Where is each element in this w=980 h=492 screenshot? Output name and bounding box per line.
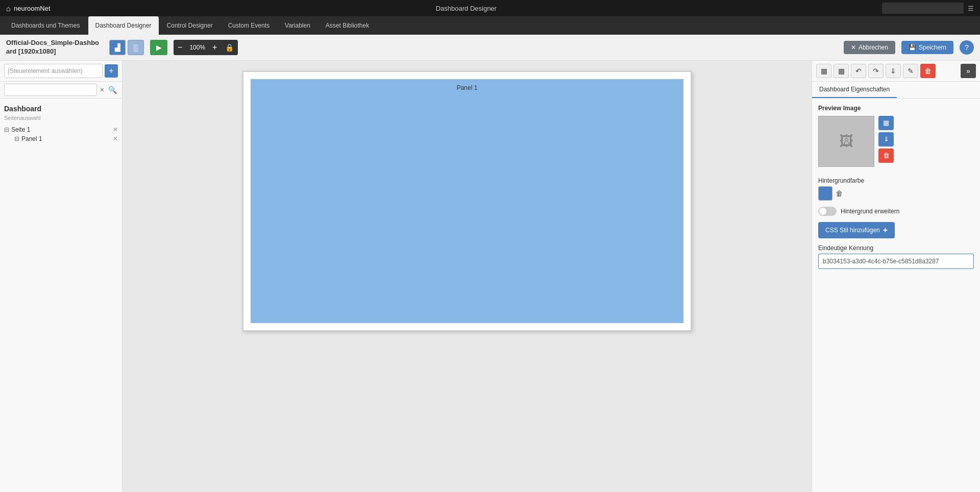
tree-child-panel1: ⊟ Panel 1 ✕ — [14, 134, 118, 143]
doc-title: Official-Docs_Simple-Dashbo ard [1920x10… — [6, 39, 99, 56]
tab-dashboards[interactable]: Dashboards und Themes — [4, 16, 87, 35]
view-toggle: ▟ ▒ — [109, 40, 144, 55]
rtb-settings-btn[interactable]: ✎ — [903, 64, 918, 78]
save-icon: 💾 — [909, 44, 916, 51]
seite1-delete-icon[interactable]: ✕ — [113, 126, 118, 133]
panel1-delete-icon[interactable]: ✕ — [113, 135, 118, 142]
toggle-label: Hintergrund erweitern — [841, 208, 899, 215]
app-name: neuroomNet — [14, 5, 51, 12]
uid-input[interactable] — [818, 254, 974, 269]
cancel-label: Abbrechen — [859, 44, 888, 51]
topbar-settings-icon[interactable]: ☰ — [968, 5, 974, 12]
panel-label: Panel 1 — [457, 84, 478, 91]
play-button[interactable]: ▶ — [150, 40, 167, 55]
save-label: Speichern — [919, 44, 946, 51]
seite1-label: Seite 1 — [11, 126, 111, 133]
sidebar-search-row: (Steuerelement auswählen) + — [0, 61, 122, 82]
panel1-expand-icon: ⊟ — [14, 135, 19, 142]
right-content: Preview Image 🖼 ▦ ⇓ 🗑 Hintergrundfarbe 🗑 — [812, 99, 980, 492]
tree-subtitle: Seitenauswahl — [4, 115, 118, 121]
topbar: ⌂ neuroomNet Dashboard Designer ☰ — [0, 0, 980, 16]
preview-placeholder-icon: 🖼 — [839, 133, 853, 150]
view-desktop-btn[interactable]: ▟ — [109, 40, 126, 55]
topbar-logo: ⌂ neuroomNet — [6, 4, 51, 13]
topbar-right: ☰ — [882, 3, 974, 14]
home-icon: ⌂ — [6, 4, 11, 13]
save-button[interactable]: 💾 Speichern — [901, 41, 953, 54]
preview-image-row: 🖼 ▦ ⇓ 🗑 — [818, 116, 974, 171]
main-area: Official-Docs_Simple-Dashbo ard [1920x10… — [0, 35, 980, 492]
uid-label: Eindeutige Kennung — [818, 244, 974, 252]
tab-custom-events[interactable]: Custom Events — [221, 16, 277, 35]
canvas-inner: Panel 1 — [251, 79, 683, 323]
rtb-undo-btn[interactable]: ↶ — [851, 64, 866, 78]
preview-actions: ▦ ⇓ 🗑 — [878, 116, 894, 163]
preview-image-box: 🖼 — [818, 116, 874, 167]
preview-upload-btn[interactable]: ▦ — [878, 116, 894, 130]
zoom-controls: − 100% + 🔒 — [174, 40, 238, 55]
css-add-button[interactable]: CSS Stil hinzufügen + — [818, 222, 895, 238]
rtb-redo-btn[interactable]: ↷ — [868, 64, 884, 78]
rtb-delete-btn[interactable]: 🗑 — [920, 64, 936, 78]
preview-delete-btn[interactable]: 🗑 — [878, 149, 894, 163]
add-control-btn[interactable]: + — [105, 64, 118, 78]
tree-node-seite1[interactable]: ⊟ Seite 1 ✕ — [4, 125, 118, 134]
canvas-wrapper[interactable]: Panel 1 — [242, 71, 692, 331]
tree-title: Dashboard — [4, 105, 118, 113]
control-select[interactable]: (Steuerelement auswählen) — [4, 64, 103, 78]
collapse-right-btn[interactable]: » — [961, 64, 976, 78]
content-row: (Steuerelement auswählen) + × 🔍 Dashboar… — [0, 61, 980, 492]
toggle-row: Hintergrund erweitern — [818, 207, 974, 216]
tab-dashboard-eigenschaften[interactable]: Dashboard Eigenschaften — [812, 82, 897, 98]
seite1-expand-icon: ⊟ — [4, 126, 9, 133]
bg-color-delete-icon[interactable]: 🗑 — [836, 189, 843, 198]
rtb-download-btn[interactable]: ⇓ — [886, 64, 901, 78]
left-sidebar: (Steuerelement auswählen) + × 🔍 Dashboar… — [0, 61, 122, 492]
tab-variablen[interactable]: Variablen — [278, 16, 317, 35]
rtb-copy-btn[interactable]: ▦ — [816, 64, 831, 78]
lock-btn[interactable]: 🔒 — [221, 40, 238, 55]
cancel-button[interactable]: ✕ Abbrechen — [844, 41, 895, 54]
search-clear-btn[interactable]: × — [99, 86, 105, 94]
view-panel-btn[interactable]: ▒ — [128, 40, 144, 55]
css-btn-label: CSS Stil hinzufügen — [825, 227, 880, 234]
color-row: 🗑 — [818, 186, 974, 201]
zoom-value: 100% — [186, 44, 208, 51]
search-input[interactable] — [4, 84, 97, 96]
bg-color-swatch[interactable] — [818, 186, 832, 201]
cancel-icon: ✕ — [851, 44, 856, 51]
panel1-label: Panel 1 — [21, 135, 111, 142]
tab-dashboard-designer[interactable]: Dashboard Designer — [88, 16, 159, 35]
zoom-in-btn[interactable]: + — [208, 40, 221, 55]
page-title: Dashboard Designer — [436, 5, 497, 12]
tab-control-designer[interactable]: Control Designer — [160, 16, 220, 35]
canvas-area: Panel 1 — [122, 61, 812, 492]
hintergrundfarbe-label: Hintergrundfarbe — [818, 177, 974, 184]
topbar-search-input[interactable] — [882, 3, 964, 14]
hintergrund-toggle[interactable] — [818, 207, 837, 216]
tree-area: Dashboard Seitenauswahl ⊟ Seite 1 ✕ ⊟ Pa… — [0, 99, 122, 150]
tree-node-panel1[interactable]: ⊟ Panel 1 ✕ — [14, 134, 118, 143]
preview-download-btn[interactable]: ⇓ — [878, 132, 894, 146]
navtabs: Dashboards und Themes Dashboard Designer… — [0, 16, 980, 35]
zoom-out-btn[interactable]: − — [174, 40, 186, 55]
toolbar-row: Official-Docs_Simple-Dashbo ard [1920x10… — [0, 35, 980, 61]
right-toolbar: ▦ ▦ ↶ ↷ ⇓ ✎ 🗑 » — [812, 61, 980, 82]
css-btn-plus-icon: + — [883, 226, 888, 235]
search-row: × 🔍 — [0, 82, 122, 99]
right-tabs: Dashboard Eigenschaften — [812, 82, 980, 99]
right-panel: ▦ ▦ ↶ ↷ ⇓ ✎ 🗑 » Dashboard Eigenschaften … — [812, 61, 980, 492]
preview-image-label: Preview Image — [818, 105, 974, 112]
rtb-paste-btn[interactable]: ▦ — [834, 64, 849, 78]
search-go-btn[interactable]: 🔍 — [107, 86, 118, 94]
tab-asset-bibliothek[interactable]: Asset Bibliothek — [318, 16, 376, 35]
help-button[interactable]: ? — [960, 40, 974, 55]
